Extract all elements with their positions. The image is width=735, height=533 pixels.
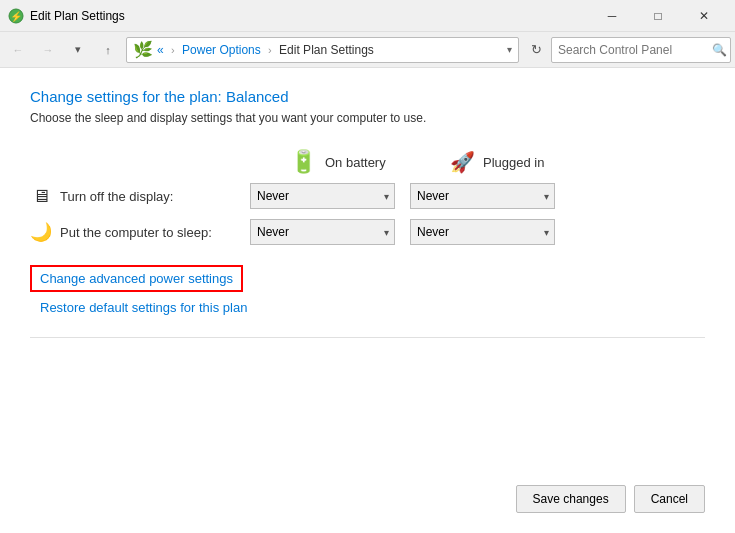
address-text: « › Power Options › Edit Plan Settings — [157, 43, 503, 57]
address-chevron-icon[interactable]: ▾ — [507, 44, 512, 55]
table-row: 🖥 Turn off the display: Never 1 minute 2… — [30, 183, 705, 209]
battery-icon: 🔋 — [290, 149, 317, 175]
page-heading: Change settings for the plan: Balanced — [30, 88, 705, 105]
plugged-icon: 🚀 — [450, 150, 475, 174]
display-label-text: Turn off the display: — [60, 189, 173, 204]
main-content: Change settings for the plan: Balanced C… — [0, 68, 735, 533]
title-bar: ⚡ Edit Plan Settings ─ □ ✕ — [0, 0, 735, 32]
breadcrumb-current: Edit Plan Settings — [279, 43, 374, 57]
column-header-plugged: 🚀 Plugged in — [450, 149, 610, 175]
refresh-button[interactable]: ↻ — [523, 37, 549, 63]
sleep-plugged-select-wrapper[interactable]: Never 1 minute 2 minutes 5 minutes 10 mi… — [410, 219, 555, 245]
breadcrumb-root[interactable]: « — [157, 43, 164, 57]
breadcrumb-parent[interactable]: Power Options — [182, 43, 261, 57]
sleep-plugged-select[interactable]: Never 1 minute 2 minutes 5 minutes 10 mi… — [410, 219, 555, 245]
breadcrumb-sep1: › — [171, 44, 175, 56]
save-changes-button[interactable]: Save changes — [516, 485, 626, 513]
minimize-button[interactable]: ─ — [589, 0, 635, 32]
sleep-icon: 🌙 — [30, 221, 52, 243]
display-battery-select-wrapper[interactable]: Never 1 minute 2 minutes 5 minutes 10 mi… — [250, 183, 395, 209]
search-input[interactable] — [558, 43, 708, 57]
address-icon: 🌿 — [133, 40, 153, 59]
battery-label: On battery — [325, 155, 386, 170]
bottom-buttons: Save changes Cancel — [516, 485, 705, 513]
sleep-row-label: 🌙 Put the computer to sleep: — [30, 221, 250, 243]
sleep-battery-select[interactable]: Never 1 minute 2 minutes 5 minutes 10 mi… — [250, 219, 395, 245]
plugged-label: Plugged in — [483, 155, 544, 170]
close-button[interactable]: ✕ — [681, 0, 727, 32]
window-title: Edit Plan Settings — [30, 9, 589, 23]
up-button[interactable]: ↑ — [94, 36, 122, 64]
forward-button[interactable]: → — [34, 36, 62, 64]
window-controls: ─ □ ✕ — [589, 0, 727, 32]
search-box[interactable]: 🔍 — [551, 37, 731, 63]
cancel-button[interactable]: Cancel — [634, 485, 705, 513]
restore-defaults-link[interactable]: Restore default settings for this plan — [40, 298, 705, 317]
links-area: Change advanced power settings Restore d… — [30, 265, 705, 317]
display-row-label: 🖥 Turn off the display: — [30, 186, 250, 207]
table-header-row: 🔋 On battery 🚀 Plugged in — [30, 149, 705, 175]
power-settings-table: 🔋 On battery 🚀 Plugged in 🖥 Turn off the… — [30, 149, 705, 245]
back-button[interactable]: ← — [4, 36, 32, 64]
display-plugged-select-wrapper[interactable]: Never 1 minute 2 minutes 5 minutes 10 mi… — [410, 183, 555, 209]
table-row: 🌙 Put the computer to sleep: Never 1 min… — [30, 219, 705, 245]
app-icon: ⚡ — [8, 8, 24, 24]
advanced-settings-link[interactable]: Change advanced power settings — [30, 265, 243, 292]
search-icon[interactable]: 🔍 — [712, 43, 727, 57]
sleep-battery-select-wrapper[interactable]: Never 1 minute 2 minutes 5 minutes 10 mi… — [250, 219, 395, 245]
svg-text:⚡: ⚡ — [10, 10, 23, 23]
column-header-battery: 🔋 On battery — [290, 149, 450, 175]
display-battery-select[interactable]: Never 1 minute 2 minutes 5 minutes 10 mi… — [250, 183, 395, 209]
nav-bar: ← → ▾ ↑ 🌿 « › Power Options › Edit Plan … — [0, 32, 735, 68]
breadcrumb-sep2: › — [268, 44, 272, 56]
sleep-label-text: Put the computer to sleep: — [60, 225, 212, 240]
page-subheading: Choose the sleep and display settings th… — [30, 111, 705, 125]
display-plugged-select[interactable]: Never 1 minute 2 minutes 5 minutes 10 mi… — [410, 183, 555, 209]
display-icon: 🖥 — [30, 186, 52, 207]
recent-locations-button[interactable]: ▾ — [64, 36, 92, 64]
section-divider — [30, 337, 705, 338]
maximize-button[interactable]: □ — [635, 0, 681, 32]
address-bar: 🌿 « › Power Options › Edit Plan Settings… — [126, 37, 519, 63]
